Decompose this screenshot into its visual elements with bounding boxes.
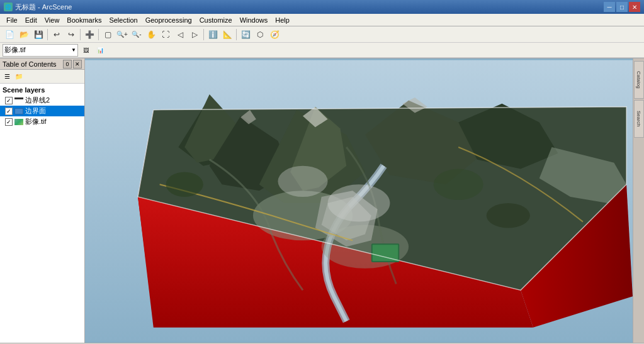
scene-view[interactable] bbox=[85, 58, 633, 343]
title-bar-controls: ─ □ ✕ bbox=[604, 2, 640, 12]
save-btn[interactable]: 💾 bbox=[31, 28, 45, 42]
zoom-in-btn[interactable]: 🔍+ bbox=[115, 28, 129, 42]
menu-edit[interactable]: Edit bbox=[21, 15, 41, 25]
title-bar-left: 🌐 无标题 - ArcScene bbox=[4, 3, 72, 12]
main-area: Table of Contents 0 ✕ ☰ 📁 Scene layers 边… bbox=[0, 58, 644, 343]
layer-btn-2[interactable]: 📊 bbox=[93, 43, 107, 57]
layer-btn-1[interactable]: 🖼 bbox=[79, 43, 93, 57]
toc-layer-2[interactable]: 边界面 bbox=[0, 106, 84, 116]
toc-source-btn[interactable]: 📁 bbox=[13, 71, 25, 82]
toc-section-label: Scene layers bbox=[0, 85, 84, 95]
dam-top bbox=[373, 245, 398, 261]
veg-2 bbox=[434, 169, 483, 200]
undo-btn[interactable]: ↩ bbox=[50, 28, 64, 42]
menu-bookmarks[interactable]: Bookmarks bbox=[63, 15, 105, 25]
toc-pin-button[interactable]: 0 bbox=[63, 60, 72, 69]
minimize-button[interactable]: ─ bbox=[604, 2, 615, 12]
app-icon: 🌐 bbox=[4, 3, 13, 11]
tilt-btn[interactable]: ⬡ bbox=[253, 28, 267, 42]
toolbar-row-2: 影像.tif ▼ 🖼 📊 bbox=[0, 43, 644, 58]
sep5 bbox=[236, 29, 237, 40]
menu-customize[interactable]: Customize bbox=[196, 15, 236, 25]
measure-btn[interactable]: 📐 bbox=[220, 28, 234, 42]
veg-3 bbox=[487, 203, 530, 228]
dropdown-arrow-icon: ▼ bbox=[71, 47, 76, 53]
sep2 bbox=[80, 29, 81, 40]
toolbar-row-1: 📄 📂 💾 ↩ ↪ ➕ ▢ 🔍+ 🔍- ✋ ⛶ ◁ ▷ ℹ️ 📐 🔄 ⬡ 🧭 bbox=[0, 26, 644, 43]
sep4 bbox=[203, 29, 204, 40]
menu-view[interactable]: View bbox=[41, 15, 64, 25]
layer-dropdown-value: 影像.tif bbox=[4, 45, 26, 55]
next-extent-btn[interactable]: ▷ bbox=[188, 28, 201, 42]
catalog-tab[interactable]: Catalog bbox=[634, 61, 644, 99]
layer-2-icon bbox=[14, 108, 23, 114]
identify-btn[interactable]: ℹ️ bbox=[206, 28, 220, 42]
layer-1-icon bbox=[14, 97, 23, 104]
toc-layer-3[interactable]: 影像.tif bbox=[0, 116, 84, 127]
toc-toolbar: ☰ 📁 bbox=[0, 70, 84, 84]
right-sidebar: Catalog Search bbox=[633, 58, 644, 343]
window-title: 无标题 - ArcScene bbox=[15, 3, 72, 12]
open-btn[interactable]: 📂 bbox=[17, 28, 31, 42]
scene-container bbox=[85, 58, 633, 343]
sep1 bbox=[47, 29, 48, 40]
layer-3-label: 影像.tif bbox=[25, 117, 47, 126]
raster-icon bbox=[14, 119, 23, 125]
terrain-svg bbox=[85, 58, 633, 343]
full-extent-btn[interactable]: ⛶ bbox=[159, 28, 172, 42]
toc-header: Table of Contents 0 ✕ bbox=[0, 58, 84, 70]
maximize-button[interactable]: □ bbox=[616, 2, 628, 12]
rock-white-2 bbox=[278, 166, 327, 197]
toolbar-area: 📄 📂 💾 ↩ ↪ ➕ ▢ 🔍+ 🔍- ✋ ⛶ ◁ ▷ ℹ️ 📐 🔄 ⬡ 🧭 影… bbox=[0, 26, 644, 58]
poly-icon bbox=[14, 108, 23, 114]
menu-bar: File Edit View Bookmarks Selection Geopr… bbox=[0, 14, 644, 26]
toc-list-btn[interactable]: ☰ bbox=[1, 71, 13, 82]
menu-selection[interactable]: Selection bbox=[105, 15, 141, 25]
navigate-btn[interactable]: 🧭 bbox=[268, 28, 281, 42]
toc-title: Table of Contents bbox=[3, 60, 57, 68]
prev-extent-btn[interactable]: ◁ bbox=[173, 28, 187, 42]
layer-3-checkbox[interactable] bbox=[5, 118, 13, 126]
rotate-btn[interactable]: 🔄 bbox=[239, 28, 252, 42]
layer-dropdown[interactable]: 影像.tif ▼ bbox=[3, 44, 78, 57]
redo-btn[interactable]: ↪ bbox=[64, 28, 78, 42]
menu-help[interactable]: Help bbox=[271, 15, 293, 25]
rock-white-1 bbox=[328, 184, 390, 221]
line-icon bbox=[14, 97, 23, 99]
toc-layer-1[interactable]: 边界线2 bbox=[0, 95, 84, 106]
toc-header-controls: 0 ✕ bbox=[63, 60, 82, 69]
veg-1 bbox=[166, 172, 203, 197]
toc-panel: Table of Contents 0 ✕ ☰ 📁 Scene layers 边… bbox=[0, 58, 85, 343]
close-button[interactable]: ✕ bbox=[629, 2, 640, 12]
toc-close-button[interactable]: ✕ bbox=[73, 60, 82, 69]
new-btn[interactable]: 📄 bbox=[3, 28, 16, 42]
layer-1-checkbox[interactable] bbox=[5, 97, 13, 104]
pan-btn[interactable]: ✋ bbox=[144, 28, 158, 42]
menu-geoprocessing[interactable]: Geoprocessing bbox=[142, 15, 196, 25]
menu-file[interactable]: File bbox=[3, 15, 21, 25]
layer-2-checkbox[interactable] bbox=[5, 108, 13, 115]
layer-2-label: 边界面 bbox=[25, 106, 46, 116]
select-btn[interactable]: ▢ bbox=[101, 28, 115, 42]
layer-1-label: 边界线2 bbox=[25, 96, 50, 105]
zoom-out-btn[interactable]: 🔍- bbox=[130, 28, 144, 42]
sep3 bbox=[98, 29, 99, 40]
menu-windows[interactable]: Windows bbox=[236, 15, 272, 25]
toc-body: Scene layers 边界线2 边界面 bbox=[0, 84, 84, 343]
title-bar: 🌐 无标题 - ArcScene ─ □ ✕ bbox=[0, 0, 644, 14]
layer-3-icon bbox=[14, 119, 23, 125]
add-data-btn[interactable]: ➕ bbox=[82, 28, 96, 42]
search-tab[interactable]: Search bbox=[634, 100, 644, 138]
